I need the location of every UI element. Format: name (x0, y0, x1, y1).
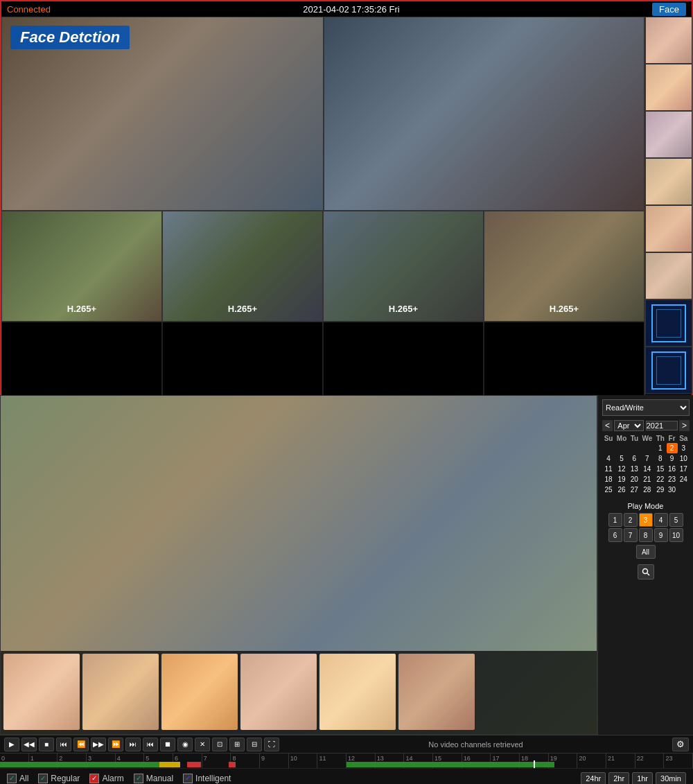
rw-mode-select[interactable]: Read/Write Read Only Write Only (602, 399, 690, 416)
calendar-day[interactable]: 18 (602, 474, 615, 485)
calendar-day[interactable]: 2 (667, 443, 678, 453)
play-mode-btn-10[interactable]: 10 (669, 528, 683, 542)
legend-checkbox-alarm[interactable]: ✓ (89, 774, 99, 783)
play-mode-search-btn[interactable] (638, 564, 654, 580)
calendar-day[interactable]: 5 (615, 453, 629, 464)
cut-btn[interactable]: ⊞ (229, 738, 245, 751)
stop-btn[interactable]: ◀◀ (21, 738, 37, 751)
fast-back-btn[interactable]: ⏪ (73, 738, 89, 751)
calendar-day[interactable]: 25 (602, 485, 615, 495)
calendar-year-input[interactable] (646, 421, 678, 430)
play-mode-btn-9[interactable]: 9 (654, 528, 668, 542)
calendar-day[interactable]: 17 (678, 464, 690, 474)
step-fwd-btn[interactable]: ⏩ (108, 738, 123, 751)
calendar-day[interactable]: 28 (640, 485, 655, 495)
slow-btn[interactable]: ▶▶ (91, 738, 106, 751)
timeline-hour-23[interactable]: 23 (664, 753, 693, 768)
calendar-day[interactable]: 16 (667, 464, 678, 474)
legend-checkbox-intelligent[interactable]: ✓ (183, 774, 193, 783)
clip-end-btn[interactable]: ◉ (177, 738, 193, 751)
timeline-hour-19[interactable]: 19 (549, 753, 578, 768)
timeline-hour-14[interactable]: 14 (404, 753, 433, 768)
video-small-3[interactable]: H.265+ (323, 211, 484, 322)
timeline-hour-10[interactable]: 10 (289, 753, 318, 768)
calendar-day[interactable]: 6 (629, 453, 640, 464)
face-thumb-1[interactable] (3, 654, 80, 730)
timeline-hour-22[interactable]: 22 (635, 753, 665, 768)
legend-checkbox-manual[interactable]: ✓ (134, 774, 143, 783)
face-thumb-5[interactable] (319, 654, 396, 730)
timeline-hour-2[interactable]: 2 (58, 753, 87, 768)
calendar-day[interactable]: 8 (654, 453, 666, 464)
time-btn-24hr[interactable]: 24hr (581, 772, 606, 785)
timeline-bar[interactable]: 0 1 2 3 4 5 6 7 8 9 10 11 12 13 14 15 16… (0, 753, 693, 768)
play-mode-btn-6[interactable]: 6 (608, 528, 622, 542)
pause-btn[interactable]: ■ (39, 738, 54, 751)
timeline-hour-15[interactable]: 15 (433, 753, 462, 768)
clip-start-btn[interactable]: ⏹ (160, 738, 175, 751)
sidebar-thumb-5[interactable] (645, 205, 692, 252)
timeline-hour-20[interactable]: 20 (577, 753, 606, 768)
calendar-day[interactable]: 11 (602, 464, 615, 474)
timeline-hour-21[interactable]: 21 (606, 753, 635, 768)
capture-btn[interactable]: ✕ (195, 738, 210, 751)
calendar-prev-btn[interactable]: < (602, 420, 613, 431)
play-mode-btn-3[interactable]: 3 (639, 513, 653, 527)
legend-checkbox-regular[interactable]: ✓ (38, 774, 48, 783)
calendar-next-btn[interactable]: > (679, 420, 690, 431)
delete-btn[interactable]: ⊟ (247, 738, 262, 751)
calendar-day[interactable]: 22 (654, 474, 666, 485)
calendar-day[interactable]: 27 (629, 485, 640, 495)
play-mode-btn-7[interactable]: 7 (624, 528, 638, 542)
settings-btn[interactable]: ⚙ (672, 738, 689, 751)
sidebar-thumb-6[interactable] (645, 252, 692, 299)
timeline-hour-7[interactable]: 7 (202, 753, 231, 768)
calendar-day[interactable]: 20 (629, 474, 640, 485)
sidebar-thumb-7[interactable] (645, 299, 692, 347)
face-thumb-4[interactable] (240, 654, 317, 730)
prev-btn[interactable]: ⏭ (125, 738, 141, 751)
legend-checkbox-all[interactable]: ✓ (7, 774, 17, 783)
calendar-day[interactable]: 21 (640, 474, 655, 485)
calendar-day[interactable]: 30 (667, 485, 678, 495)
sidebar-thumb-4[interactable] (645, 158, 692, 205)
play-btn[interactable]: ▶ (4, 738, 19, 751)
play-mode-btn-5[interactable]: 5 (669, 513, 683, 527)
next-btn[interactable]: ⏮ (143, 738, 158, 751)
calendar-day[interactable]: 26 (615, 485, 629, 495)
calendar-day[interactable]: 12 (615, 464, 629, 474)
sidebar-thumb-3[interactable] (645, 111, 692, 158)
calendar-day[interactable]: 9 (667, 453, 678, 464)
audio-btn[interactable]: ⊡ (212, 738, 227, 751)
play-mode-btn-1[interactable]: 1 (608, 513, 622, 527)
calendar-month-select[interactable]: JanFebMarApr MayJunJulAug SepOctNovDec (614, 420, 644, 431)
video-large-1[interactable]: Face Detction (1, 17, 324, 211)
timeline-hour-17[interactable]: 17 (491, 753, 520, 768)
time-btn-2hr[interactable]: 2hr (608, 772, 629, 785)
timeline-hour-9[interactable]: 9 (260, 753, 289, 768)
video-small-4[interactable]: H.265+ (484, 211, 644, 322)
calendar-day[interactable]: 13 (629, 464, 640, 474)
video-small-2[interactable]: H.265+ (162, 211, 323, 322)
face-tab[interactable]: Face (652, 3, 686, 16)
play-mode-btn-2[interactable]: 2 (624, 513, 638, 527)
timeline-hour-18[interactable]: 18 (520, 753, 549, 768)
timeline-hour-3[interactable]: 3 (87, 753, 116, 768)
video-small-1[interactable]: H.265+ (1, 211, 162, 322)
timeline-hour-5[interactable]: 5 (144, 753, 173, 768)
timeline-hour-6[interactable]: 6 (173, 753, 202, 768)
sidebar-thumb-8[interactable] (645, 347, 692, 394)
timeline-hour-12[interactable]: 12 (346, 753, 376, 768)
face-thumb-2[interactable] (82, 654, 159, 730)
timeline-hour-16[interactable]: 16 (462, 753, 491, 768)
face-thumb-3[interactable] (161, 654, 238, 730)
calendar-day[interactable]: 10 (678, 453, 690, 464)
calendar-day[interactable]: 24 (678, 474, 690, 485)
time-btn-30min[interactable]: 30min (656, 772, 686, 785)
fullscreen-btn[interactable]: ⛶ (264, 738, 279, 751)
step-back-btn[interactable]: ⏮ (56, 738, 71, 751)
calendar-day[interactable]: 15 (654, 464, 666, 474)
calendar-day[interactable]: 4 (602, 453, 615, 464)
video-large-2[interactable] (324, 17, 644, 211)
time-btn-1hr[interactable]: 1hr (632, 772, 653, 785)
